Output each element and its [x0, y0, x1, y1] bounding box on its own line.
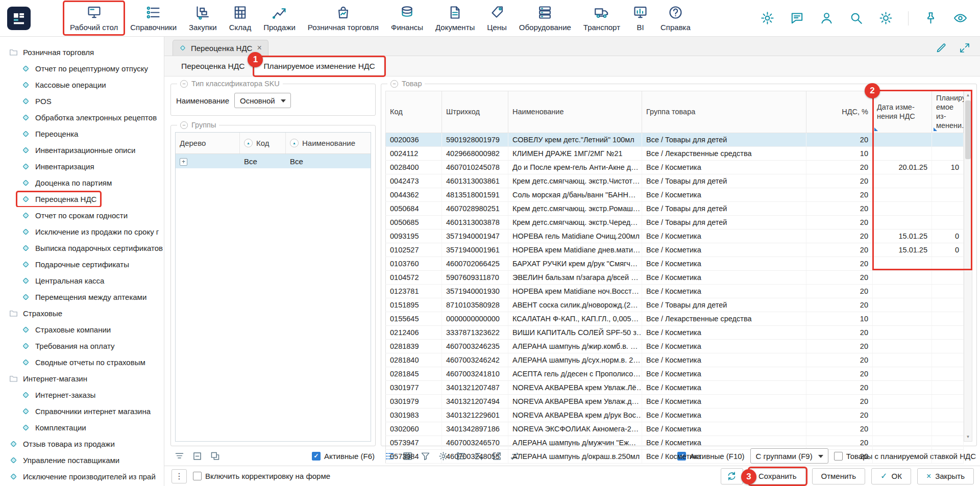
product-row[interactable]: 0302060 3401342897186 NOREVA ЭКСФОЛИАК А… — [386, 422, 964, 436]
cancel-button[interactable]: Отменить — [812, 468, 866, 484]
nav-purchases[interactable]: Закупки — [183, 2, 223, 34]
scroll-up-icon[interactable]: ▲ — [964, 93, 972, 97]
nav-equipment[interactable]: Оборудование — [513, 2, 577, 34]
more-button[interactable]: ⋮ — [172, 469, 187, 483]
product-row[interactable]: 0028400 4607010245078 До и После крем-ге… — [386, 160, 964, 174]
expand-node-icon[interactable]: + — [180, 158, 187, 166]
group-row[interactable]: + Все Все — [176, 154, 371, 168]
nav-bi[interactable]: BI — [627, 2, 654, 34]
scrollbar-thumb[interactable] — [965, 100, 971, 159]
product-row[interactable]: 0042473 4601313003861 Крем детс.смягчающ… — [386, 174, 964, 188]
column-header-vat[interactable]: НДС, % — [806, 91, 873, 133]
product-row[interactable]: 0020036 5901928001979 СОВЕЛУ крем детс."… — [386, 133, 964, 146]
sidebar-item[interactable]: Отчет по срокам годности — [0, 207, 164, 223]
column-header-group[interactable]: Группа товара — [642, 91, 806, 133]
brightness-icon[interactable] — [878, 11, 893, 25]
sidebar-item[interactable]: Комплектации — [0, 419, 164, 436]
sidebar-item[interactable]: Страховые компании — [0, 321, 164, 338]
column-header-vat-change-date[interactable]: Дата изме- нения НДС — [873, 91, 932, 133]
close-icon[interactable]: × — [256, 44, 262, 52]
product-row[interactable]: 0024112 4029668000982 КЛИМЕН ДРАЖЕ 1МГ/2… — [386, 146, 964, 160]
collapse-icon[interactable]: − — [180, 80, 188, 88]
search-icon[interactable] — [849, 11, 864, 25]
sidebar-item[interactable]: Переоценка НДС — [0, 191, 164, 207]
product-row[interactable]: 0212406 3337871323622 ВИШИ КАПИТАЛЬ СОЛЕ… — [386, 325, 964, 339]
sidebar-item[interactable]: Инвентаризация — [0, 158, 164, 174]
filter-list-icon[interactable] — [172, 448, 187, 464]
sidebar-item[interactable]: Дооценка по партиям — [0, 174, 164, 191]
nav-prices[interactable]: Цены — [481, 2, 512, 34]
product-row[interactable]: 0573947 4607003246570 АЛЕРАНА шампунь д/… — [386, 436, 964, 449]
sort-icon[interactable]: ▲ — [290, 139, 299, 147]
column-header-barcode[interactable]: Штрихкод — [442, 91, 508, 133]
groups-mode-select[interactable]: С группами (F9) — [750, 448, 828, 464]
sidebar-item[interactable]: Перемещения между аптеками — [0, 289, 164, 305]
form-adjustment-checkbox[interactable]: Включить корректировку на форме — [193, 472, 330, 480]
pin-icon[interactable] — [923, 11, 938, 25]
product-row[interactable]: 0151895 8710103580928 АВЕНТ соска силик.… — [386, 298, 964, 312]
sidebar-item[interactable]: Управление поставщиками — [0, 452, 164, 468]
nav-transport[interactable]: Транспорт — [578, 2, 626, 34]
product-row[interactable]: 0573984 4607003248055 АЛЕРАНА шампунь д/… — [386, 449, 964, 463]
nav-help[interactable]: Справка — [655, 2, 696, 34]
nav-retail[interactable]: Розничная торговля — [302, 2, 384, 34]
nav-documents[interactable]: Документы — [430, 2, 480, 34]
column-header-code[interactable]: Код — [386, 91, 442, 133]
collapse-icon[interactable]: − — [390, 80, 398, 88]
sidebar-item[interactable]: Интернет-заказы — [0, 387, 164, 403]
product-row[interactable]: 0281845 4607003241810 АСЕПТА гель д/десе… — [386, 367, 964, 380]
ok-button[interactable]: ✓ ОК — [871, 468, 911, 484]
product-row[interactable]: 0155645 0000000000000 КСАЛАТАН Ф-КАП., К… — [386, 312, 964, 325]
sidebar-item[interactable]: Подарочные сертификаты — [0, 256, 164, 272]
sidebar-item[interactable]: Отчет по рецептурному отпуску — [0, 60, 164, 76]
column-header-tree[interactable]: Дерево — [176, 133, 240, 154]
nav-sales[interactable]: Продажи — [258, 2, 301, 34]
sidebar-item[interactable]: POS — [0, 93, 164, 109]
active-f6-checkbox[interactable]: ✓ Активные (F6) — [312, 452, 375, 461]
settings-icon[interactable] — [760, 11, 775, 25]
column-header-code[interactable]: ▲ Код — [240, 133, 286, 154]
scroll-down-icon[interactable]: ▼ — [964, 435, 972, 439]
sidebar-item[interactable]: Кассовые операции — [0, 76, 164, 93]
classifier-select[interactable]: Основной — [234, 93, 291, 108]
cascade-icon[interactable] — [207, 448, 223, 464]
edit-icon[interactable] — [935, 42, 947, 54]
vertical-scrollbar[interactable]: ▲ ▼ — [964, 91, 972, 442]
sidebar-item[interactable]: Исключение производителей из прай — [0, 468, 164, 484]
nav-desktop[interactable]: Рабочий стол — [64, 2, 124, 34]
sidebar-item[interactable]: Обработка электронных рецептов — [0, 109, 164, 125]
sort-icon[interactable]: ▲ — [244, 139, 253, 147]
collapse-icon[interactable]: − — [180, 121, 188, 129]
product-row[interactable]: 0301983 3401321229601 NOREVA АКВАРЕВА кр… — [386, 408, 964, 422]
sidebar-item[interactable]: Выписка подарочных сертификатов — [0, 240, 164, 256]
column-header-name[interactable]: Наименование — [508, 91, 642, 133]
product-row[interactable]: 0050684 4607028980251 Крем детс.смягчающ… — [386, 201, 964, 215]
collapse-all-icon[interactable] — [189, 448, 205, 464]
tab-planned-nds-change[interactable]: Планируемое изменение НДС 1 — [254, 57, 384, 75]
close-button[interactable]: × Закрыть — [917, 468, 974, 484]
sidebar-item[interactable]: Переоценка — [0, 125, 164, 142]
nav-finance[interactable]: Финансы — [385, 2, 429, 34]
product-row[interactable]: 0123781 3571940001930 НОРЕВА крем Matidi… — [386, 284, 964, 298]
sidebar-item[interactable]: Сводные отчеты по страховым — [0, 354, 164, 370]
tab-revaluation-nds[interactable]: Переоценка НДС — [173, 58, 253, 75]
app-logo[interactable] — [7, 7, 31, 30]
product-row[interactable]: 0050685 4601313003878 Крем детс.смягчающ… — [386, 215, 964, 229]
save-button[interactable]: Сохранить 3 — [749, 468, 806, 484]
sidebar-item[interactable]: Инвентаризационные описи — [0, 142, 164, 158]
expand-icon[interactable] — [959, 42, 971, 54]
sidebar-item[interactable]: Справочники интернет магазина — [0, 403, 164, 419]
sidebar-item[interactable]: Розничная торговля — [0, 44, 164, 60]
eye-icon[interactable] — [953, 11, 968, 25]
sidebar-item[interactable]: Отзыв товара из продажи — [0, 436, 164, 452]
refresh-button[interactable] — [721, 468, 743, 484]
product-row[interactable]: 0281839 4607003246235 АЛЕРАНА шампунь д/… — [386, 339, 964, 353]
product-row[interactable]: 0301979 3401321207494 NOREVA АКВАРЕВА кр… — [386, 394, 964, 408]
column-header-name[interactable]: ▲ Наименование — [286, 133, 371, 154]
product-row[interactable]: 0103760 4600702066425 БАРХАТ РУЧКИ крем … — [386, 257, 964, 270]
product-row[interactable]: 0102527 3571940001961 НОРЕВА крем Matidi… — [386, 243, 964, 257]
product-row[interactable]: 0281840 4607003246242 АЛЕРАНА шампунь д/… — [386, 353, 964, 367]
sidebar-item[interactable]: Центральная касса — [0, 272, 164, 289]
sidebar-item[interactable]: Требования на оплату — [0, 338, 164, 354]
nav-directories[interactable]: Справочники — [125, 2, 182, 34]
